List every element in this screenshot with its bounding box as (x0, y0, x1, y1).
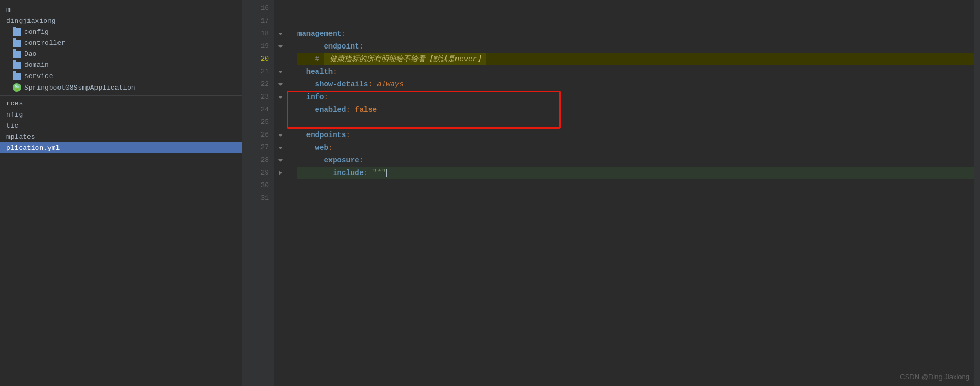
yaml-key-exposure: exposure (297, 154, 360, 167)
sidebar-item-nfig-label: nfig (6, 111, 23, 119)
line-num-21: 21 (242, 65, 269, 78)
yaml-key-show-details: show-details (297, 78, 368, 91)
sidebar-item-service-label: service (24, 72, 53, 80)
fold-arrow-18[interactable] (278, 33, 283, 35)
code-line-26[interactable]: endpoints: (297, 129, 974, 141)
fold-arrow-29[interactable] (279, 171, 282, 175)
code-line-31[interactable] (297, 192, 974, 205)
sidebar-item-service[interactable]: service (0, 71, 242, 82)
sidebar-item-config[interactable]: config (0, 26, 242, 37)
code-line-24[interactable]: enabled: false (297, 103, 974, 116)
gutter-16 (274, 2, 287, 15)
fold-arrow-21[interactable] (278, 71, 283, 73)
sidebar: m dingjiaxiong config controller Dao dom… (0, 0, 242, 386)
gutter-19[interactable] (274, 40, 287, 53)
fold-arrow-27[interactable] (278, 147, 283, 149)
yaml-key-enabled: enabled (297, 103, 346, 116)
line-num-22: 22 (242, 78, 269, 91)
line-num-16: 16 (242, 2, 269, 15)
sidebar-item-controller-label: controller (24, 39, 65, 47)
gutter-31 (274, 192, 287, 205)
yaml-key-endpoints: endpoints (297, 129, 346, 141)
code-line-30[interactable] (297, 179, 974, 192)
code-line-18[interactable]: management: (297, 27, 974, 40)
sidebar-item-mplates[interactable]: mplates (0, 131, 242, 142)
yaml-key-health: health (297, 65, 333, 78)
fold-arrow-23[interactable] (278, 96, 283, 99)
line-num-17: 17 (242, 15, 269, 27)
code-line-25[interactable] (297, 116, 974, 129)
sidebar-item-yml-label: plication.yml (6, 144, 60, 152)
sidebar-item-m[interactable]: m (0, 4, 242, 15)
editor: 16 17 18 19 20 21 22 23 24 25 26 27 28 2… (242, 0, 980, 386)
sidebar-item-tic-label: tic (6, 122, 18, 130)
gutter-28[interactable] (274, 154, 287, 167)
code-line-28[interactable]: exposure: (297, 154, 974, 167)
yaml-key-include: include (297, 167, 364, 179)
code-line-17[interactable] (297, 15, 974, 27)
sidebar-divider (0, 95, 242, 96)
code-line-29[interactable]: include: "*" (297, 167, 974, 179)
gutter-20 (274, 53, 287, 65)
code-line-22[interactable]: show-details: always (297, 78, 974, 91)
gutter-30 (274, 179, 287, 192)
sidebar-item-nfig[interactable]: nfig (0, 109, 242, 120)
fold-arrow-28[interactable] (278, 159, 283, 162)
code-line-21[interactable]: health: (297, 65, 974, 78)
sidebar-item-dao-label: Dao (24, 50, 36, 58)
sidebar-item-domain[interactable]: domain (0, 60, 242, 71)
gutter-21[interactable] (274, 65, 287, 78)
gutter-18[interactable] (274, 27, 287, 40)
line-num-18: 18 (242, 27, 269, 40)
sidebar-item-config-label: config (24, 28, 49, 36)
line-num-20: 20 (242, 53, 269, 65)
sidebar-item-m-label: m (6, 6, 11, 14)
sidebar-item-controller[interactable]: controller (0, 37, 242, 49)
gutter-17 (274, 15, 287, 27)
gutter-25 (274, 116, 287, 129)
code-line-27[interactable]: web: (297, 141, 974, 154)
code-line-23[interactable]: info: (297, 91, 974, 103)
code-line-16[interactable] (297, 2, 974, 15)
fold-arrow-26[interactable] (278, 134, 283, 137)
sidebar-item-dingjiaxiong[interactable]: dingjiaxiong (0, 15, 242, 26)
yaml-key-web: web (297, 141, 328, 154)
gutter-22[interactable] (274, 78, 287, 91)
line-num-23: 23 (242, 91, 269, 103)
code-line-20[interactable]: # 健康指标的所有明细给不给看【默认是never】 (297, 53, 974, 65)
sidebar-item-rces-label: rces (6, 100, 23, 108)
sidebar-item-rces[interactable]: rces (0, 98, 242, 109)
folder-icon (13, 51, 21, 58)
gutter-23[interactable] (274, 91, 287, 103)
folder-icon (13, 28, 21, 36)
fold-arrow-22[interactable] (278, 83, 283, 86)
yaml-value-false: false (355, 103, 377, 116)
gutter-27[interactable] (274, 141, 287, 154)
yaml-value-star: "*" (373, 167, 386, 179)
sidebar-item-tic[interactable]: tic (0, 120, 242, 131)
line-num-29: 29 (242, 167, 269, 179)
sidebar-item-yml[interactable]: plication.yml (0, 142, 242, 153)
gutter (274, 0, 287, 386)
sidebar-item-domain-label: domain (24, 61, 49, 69)
spring-icon (13, 83, 21, 92)
sidebar-item-springboot-app[interactable]: Springboot08SsmpApplication (0, 82, 242, 93)
folder-icon (13, 62, 21, 69)
line-num-28: 28 (242, 154, 269, 167)
sidebar-item-springboot-app-label: Springboot08SsmpApplication (24, 84, 135, 92)
line-num-25: 25 (242, 116, 269, 129)
line-num-27: 27 (242, 141, 269, 154)
fold-arrow-19[interactable] (278, 45, 283, 48)
code-area[interactable]: management: ···· endpoint: # 健康指标的所有明细给不… (287, 0, 974, 386)
gutter-26[interactable] (274, 129, 287, 141)
sidebar-item-dao[interactable]: Dao (0, 49, 242, 60)
comment-highlight: 健康指标的所有明细给不给看【默认是never】 (324, 53, 485, 65)
line-num-19: 19 (242, 40, 269, 53)
folder-icon (13, 40, 21, 47)
scrollbar-area[interactable] (974, 0, 980, 386)
gutter-29[interactable] (274, 167, 287, 179)
yaml-key-management: management (297, 27, 342, 40)
sidebar-item-dingjiaxiong-label: dingjiaxiong (6, 17, 56, 25)
code-line-19[interactable]: ···· endpoint: (297, 40, 974, 53)
line-num-24: 24 (242, 103, 269, 116)
